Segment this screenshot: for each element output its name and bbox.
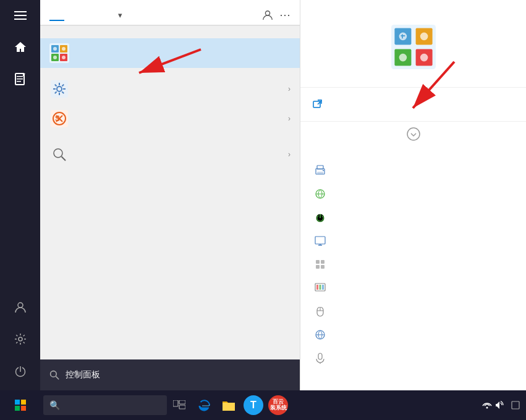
recent-item-1[interactable] bbox=[313, 182, 514, 206]
recent-icon-color bbox=[313, 280, 328, 295]
chevron-down-icon: ▾ bbox=[118, 10, 122, 20]
svg-rect-59 bbox=[322, 285, 324, 290]
web-search-arrow: › bbox=[288, 150, 291, 159]
open-icon bbox=[313, 99, 323, 109]
sidebar-item-home[interactable] bbox=[0, 31, 40, 63]
svg-line-27 bbox=[56, 376, 59, 379]
app-preview-icon bbox=[391, 25, 436, 69]
settings1-arrow: › bbox=[288, 85, 291, 93]
svg-point-10 bbox=[265, 11, 269, 15]
svg-rect-39 bbox=[313, 101, 320, 107]
svg-point-36 bbox=[420, 54, 428, 62]
tab-apps[interactable] bbox=[64, 10, 79, 20]
svg-rect-0 bbox=[14, 11, 27, 12]
taskbar-right bbox=[482, 401, 526, 410]
svg-point-45 bbox=[323, 170, 324, 171]
result-item-control-panel[interactable] bbox=[40, 38, 300, 68]
tab-all[interactable] bbox=[49, 10, 64, 21]
taskview-button[interactable] bbox=[167, 390, 192, 420]
result-item-web-search[interactable]: › bbox=[40, 140, 300, 169]
svg-rect-70 bbox=[21, 406, 26, 411]
svg-line-25 bbox=[62, 157, 66, 161]
notification-icon[interactable] bbox=[511, 401, 520, 410]
app-actions bbox=[300, 88, 526, 122]
svg-point-17 bbox=[62, 47, 66, 51]
sidebar-item-power[interactable] bbox=[0, 355, 40, 387]
svg-point-19 bbox=[62, 56, 66, 59]
open-button[interactable] bbox=[313, 97, 514, 112]
recent-icon-printer bbox=[313, 163, 328, 178]
search-box bbox=[40, 359, 300, 390]
recent-item-4[interactable] bbox=[313, 253, 514, 276]
taskbar-search[interactable]: 🔍 bbox=[43, 395, 167, 415]
recent-icon-mouse bbox=[313, 304, 328, 319]
sidebar-item-settings[interactable] bbox=[0, 323, 40, 355]
svg-rect-68 bbox=[21, 400, 26, 405]
svg-rect-2 bbox=[14, 19, 27, 20]
recent-item-5[interactable] bbox=[313, 276, 514, 300]
taskbar-search-icon: 🔍 bbox=[49, 400, 60, 410]
svg-rect-38 bbox=[402, 34, 403, 38]
svg-rect-44 bbox=[317, 172, 323, 174]
svg-point-26 bbox=[51, 371, 57, 377]
baiyun-icon[interactable]: 百云装系统 bbox=[266, 390, 291, 420]
start-button[interactable] bbox=[0, 390, 40, 420]
svg-point-8 bbox=[19, 337, 22, 341]
web-search-icon bbox=[49, 145, 69, 164]
user-icon[interactable] bbox=[262, 9, 273, 20]
app-preview bbox=[300, 0, 526, 88]
settings1-icon bbox=[49, 79, 69, 99]
recent-icon-internet bbox=[313, 327, 328, 342]
svg-rect-6 bbox=[17, 81, 21, 82]
svg-point-18 bbox=[53, 56, 57, 59]
edge-icon[interactable] bbox=[192, 390, 216, 420]
expand-button[interactable] bbox=[300, 122, 526, 146]
recent-item-7[interactable] bbox=[313, 323, 514, 346]
sidebar-item-user[interactable] bbox=[0, 291, 40, 323]
search-results: › S › bbox=[40, 26, 300, 359]
recent-icon-power bbox=[313, 210, 328, 225]
baiyun-logo: 百云装系统 bbox=[268, 395, 288, 415]
search-input[interactable] bbox=[66, 370, 291, 380]
result-item-settings1[interactable]: › bbox=[40, 74, 300, 104]
right-panel bbox=[300, 0, 526, 390]
sidebar-bottom bbox=[0, 291, 40, 390]
result-item-settings2[interactable]: S › bbox=[40, 104, 300, 133]
svg-point-41 bbox=[407, 128, 420, 140]
recent-item-8[interactable] bbox=[313, 346, 514, 370]
recent-item-3[interactable] bbox=[313, 229, 514, 253]
volume-icon[interactable] bbox=[495, 401, 505, 410]
search-actions: ⋯ bbox=[262, 8, 291, 22]
more-icon[interactable]: ⋯ bbox=[279, 8, 291, 22]
svg-rect-4 bbox=[17, 76, 23, 77]
recent-item-0[interactable] bbox=[313, 159, 514, 182]
twitter-bird: T bbox=[244, 395, 263, 415]
recent-icon-system bbox=[313, 233, 328, 248]
svg-rect-67 bbox=[15, 400, 20, 405]
svg-rect-69 bbox=[15, 406, 20, 411]
svg-rect-75 bbox=[512, 401, 519, 409]
recent-item-2[interactable] bbox=[313, 206, 514, 229]
tab-docs[interactable] bbox=[79, 10, 94, 20]
tab-more[interactable]: ▾ bbox=[109, 6, 130, 25]
recent-item-6[interactable] bbox=[313, 300, 514, 323]
explorer-icon[interactable] bbox=[216, 390, 241, 420]
svg-rect-55 bbox=[321, 265, 325, 269]
network-icon[interactable] bbox=[482, 401, 492, 409]
search-icon bbox=[49, 370, 59, 380]
hamburger-button[interactable] bbox=[0, 0, 40, 31]
svg-rect-71 bbox=[173, 400, 178, 406]
sidebar-item-documents[interactable] bbox=[0, 63, 40, 95]
settings2-icon: S bbox=[49, 109, 69, 128]
svg-rect-72 bbox=[179, 400, 185, 404]
svg-rect-53 bbox=[321, 260, 325, 264]
settings2-arrow: › bbox=[288, 114, 291, 123]
svg-rect-37 bbox=[401, 35, 405, 36]
twitter-icon[interactable]: T bbox=[241, 390, 266, 420]
recent-icon-speech bbox=[313, 351, 328, 366]
tab-web[interactable] bbox=[94, 10, 109, 20]
recent-section bbox=[300, 146, 526, 376]
svg-point-35 bbox=[399, 54, 407, 62]
svg-rect-57 bbox=[316, 285, 318, 290]
recent-icon-devmgr bbox=[313, 257, 328, 272]
